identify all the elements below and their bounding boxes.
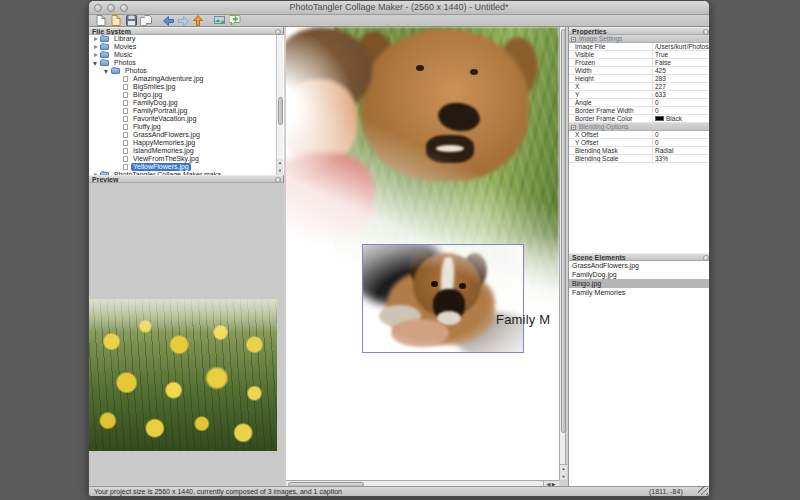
tree-item-file[interactable]: BigSmiles.jpg [89, 83, 284, 91]
tree-item-label: FavoriteVacation.jpg [131, 115, 198, 123]
scene-item-grassandflowers[interactable]: GrassAndFlowers.jpg [569, 261, 710, 270]
preview-panel [89, 183, 284, 488]
caption-text[interactable]: Family M [496, 312, 550, 327]
tree-item-library[interactable]: Library [89, 35, 284, 43]
scene-item-familydog[interactable]: FamilyDog.jpg [569, 270, 710, 279]
properties-title: Properties [572, 28, 607, 35]
property-row-height: Height283 [569, 75, 710, 83]
disclosure-triangle-icon[interactable] [93, 61, 98, 66]
upload-button[interactable] [192, 15, 204, 26]
disclosure-triangle-icon[interactable] [104, 69, 109, 74]
disclosure-triangle-icon[interactable] [93, 37, 98, 42]
file-icon [123, 76, 128, 82]
add-image-button[interactable] [214, 15, 226, 26]
left-sidebar: File System Library Movies Music Photos … [89, 27, 284, 488]
property-value[interactable]: Radial [653, 147, 710, 154]
titlebar[interactable]: PhotoTangler Collage Maker - (2560 x 144… [89, 1, 709, 15]
property-value[interactable]: 0 [653, 131, 710, 138]
folder-icon [100, 36, 109, 42]
tree-item-file[interactable]: IslandMemories.jpg [89, 147, 284, 155]
tree-item-file[interactable]: ViewFromTheSky.jpg [89, 155, 284, 163]
property-value[interactable]: 0 [653, 107, 710, 114]
duplicate-document-button[interactable] [140, 15, 152, 26]
tree-item-file[interactable]: GrassAndFlowers.jpg [89, 131, 284, 139]
zoom-button[interactable] [120, 4, 128, 12]
collage-canvas[interactable]: Family M [286, 27, 559, 480]
tree-item-file[interactable]: FamilyDog.jpg [89, 99, 284, 107]
section-blending-options[interactable]: + Blending Options [569, 123, 710, 131]
property-row-blending-scale: Blending Scale33% [569, 155, 710, 163]
property-value[interactable]: 0 [653, 139, 710, 146]
property-row-image-file: Image File/Users/kurt/Photos/Photos/Bing… [569, 43, 710, 51]
section-expander-icon[interactable]: + [571, 37, 576, 42]
property-value[interactable]: 633 [653, 91, 710, 98]
status-bar: Your project size is 2560 x 1440, curren… [89, 486, 709, 496]
section-image-settings[interactable]: + Image Settings [569, 35, 710, 43]
property-value[interactable]: Black [653, 115, 710, 122]
add-caption-button[interactable] [229, 15, 241, 26]
property-value[interactable]: 425 [653, 67, 710, 74]
property-value[interactable]: 227 [653, 83, 710, 90]
tree-item-label: Music [112, 51, 134, 59]
canvas-vertical-scrollbar[interactable]: ▲▼ [559, 27, 566, 480]
property-row-blending-mask: Blending MaskRadial [569, 147, 710, 155]
preview-panel-header: Preview [89, 175, 283, 183]
tree-item-file[interactable]: FamilyPortrait.jpg [89, 107, 284, 115]
tree-item-file[interactable]: FavoriteVacation.jpg [89, 115, 284, 123]
property-value[interactable]: 0 [653, 99, 710, 106]
tree-item-music[interactable]: Music [89, 51, 284, 59]
selected-image-bingo[interactable] [362, 244, 524, 353]
tree-item-file-selected[interactable]: YellowFlowers.jpg [89, 163, 284, 171]
blend-fade-overlay [363, 245, 523, 352]
right-sidebar: Properties + Image Settings Image File/U… [568, 27, 710, 488]
toolbar [89, 15, 709, 27]
tree-item-file[interactable]: AmazingAdventure.jpg [89, 75, 284, 83]
scene-item-bingo-selected[interactable]: Bingo.jpg [569, 279, 710, 288]
tree-item-file[interactable]: Fluffy.jpg [89, 123, 284, 131]
file-icon [123, 100, 128, 106]
tree-item-label: BigSmiles.jpg [131, 83, 177, 91]
open-document-button[interactable] [110, 15, 122, 26]
save-document-button[interactable] [125, 15, 137, 26]
vertical-scrollbar-thumb[interactable] [561, 29, 566, 433]
property-value[interactable]: 33% [653, 155, 710, 162]
section-expander-icon[interactable]: + [571, 125, 576, 130]
close-button[interactable] [94, 4, 102, 12]
tree-item-file[interactable]: HappyMemories.jpg [89, 139, 284, 147]
undo-button[interactable] [162, 15, 174, 26]
vertical-scrollbar-arrows[interactable]: ▲▼ [560, 464, 567, 480]
tree-item-movies[interactable]: Movies [89, 43, 284, 51]
disclosure-triangle-icon[interactable] [93, 45, 98, 50]
property-value[interactable]: /Users/kurt/Photos/Photos/Bingo.jp [653, 43, 710, 50]
color-swatch[interactable] [655, 116, 664, 121]
scene-elements-list: GrassAndFlowers.jpg FamilyDog.jpg Bingo.… [569, 261, 710, 488]
property-value[interactable]: 283 [653, 75, 710, 82]
minimize-button[interactable] [107, 4, 115, 12]
tree-item-label: ViewFromTheSky.jpg [131, 155, 201, 163]
properties-panel-header: Properties [569, 27, 710, 35]
tree-item-label: AmazingAdventure.jpg [131, 75, 205, 83]
property-row-frozen: FrozenFalse [569, 59, 710, 67]
tree-item-photos-sub[interactable]: Photos [89, 67, 284, 75]
scene-item-family-memories[interactable]: Family Memories [569, 288, 710, 297]
property-row-visible: VisibleTrue [569, 51, 710, 59]
property-row-border-frame-width: Border Frame Width0 [569, 107, 710, 115]
undo-arrow-icon [163, 16, 174, 26]
property-value[interactable]: True [653, 51, 710, 58]
tree-item-file[interactable]: Bingo.jpg [89, 91, 284, 99]
tree-scrollbar-arrows[interactable]: ▲▼ [276, 159, 283, 175]
new-document-icon [96, 15, 106, 26]
file-icon [123, 108, 128, 114]
window-title: PhotoTangler Collage Maker - (2560 x 144… [89, 1, 709, 14]
disclosure-triangle-icon[interactable] [93, 53, 98, 58]
resize-grip[interactable] [698, 486, 708, 495]
tree-item-label: Movies [112, 43, 138, 51]
property-value[interactable]: False [653, 59, 710, 66]
new-document-button[interactable] [95, 15, 107, 26]
folder-icon [100, 52, 109, 58]
tree-item-photos[interactable]: Photos [89, 59, 284, 67]
folder-icon [100, 44, 109, 50]
tree-scrollbar-thumb[interactable] [278, 97, 283, 125]
redo-button[interactable] [177, 15, 189, 26]
tree-scrollbar[interactable]: ▲▼ [276, 35, 283, 175]
